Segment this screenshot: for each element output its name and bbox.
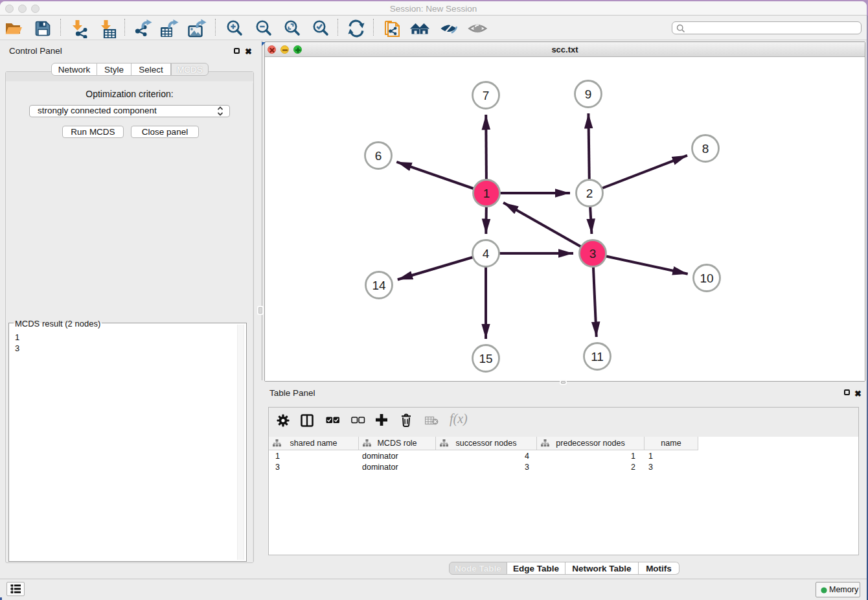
svg-text:7: 7 (483, 89, 490, 102)
svg-text:6: 6 (375, 149, 382, 163)
svg-text:15: 15 (479, 352, 492, 365)
svg-text:2: 2 (586, 187, 593, 200)
svg-text:1: 1 (483, 187, 490, 200)
svg-text:11: 11 (591, 350, 604, 363)
svg-text:8: 8 (702, 142, 709, 156)
svg-text:14: 14 (372, 279, 386, 292)
svg-text:3: 3 (589, 247, 597, 260)
svg-text:10: 10 (700, 271, 713, 285)
svg-text:9: 9 (585, 87, 592, 101)
svg-text:4: 4 (483, 247, 490, 260)
